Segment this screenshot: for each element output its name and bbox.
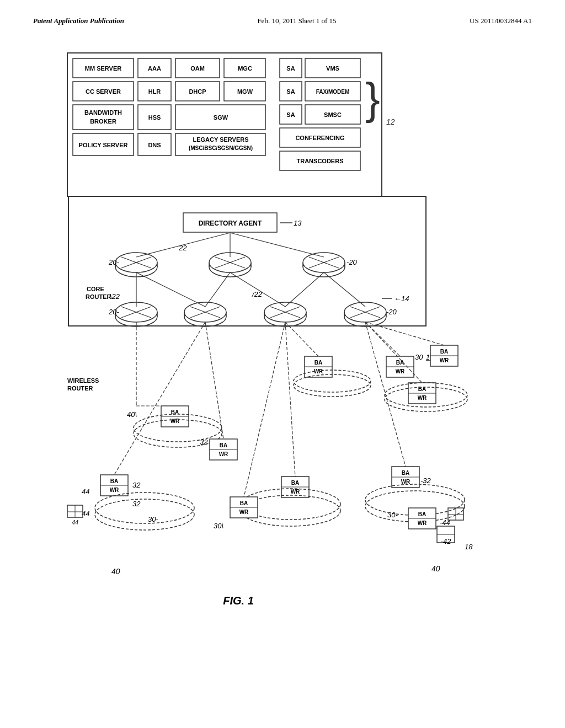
svg-text:20-: 20- (108, 308, 119, 316)
svg-text:VMS: VMS (326, 65, 339, 72)
svg-text:DHCP: DHCP (189, 88, 206, 95)
svg-text:30\: 30\ (214, 522, 223, 530)
page: Patent Application Publication Feb. 10, … (0, 0, 565, 728)
svg-text:DIRECTORY AGENT: DIRECTORY AGENT (199, 220, 262, 227)
svg-text:BA: BA (418, 511, 426, 517)
page-header: Patent Application Publication Feb. 10, … (33, 17, 532, 25)
svg-text:}: } (365, 74, 380, 123)
publication-label: Patent Application Publication (33, 17, 124, 25)
svg-text:LEGACY SERVERS: LEGACY SERVERS (193, 136, 248, 143)
svg-text:20-: 20- (108, 258, 119, 266)
svg-text:WR: WR (239, 509, 249, 515)
svg-text:MM SERVER: MM SERVER (85, 65, 121, 72)
svg-text:MGW: MGW (237, 88, 253, 95)
svg-text:BA: BA (440, 349, 448, 355)
svg-text:WIRELESS: WIRELESS (67, 377, 99, 384)
svg-line-108 (230, 233, 324, 257)
svg-text:-32: -32 (420, 477, 431, 485)
svg-text:WR: WR (396, 368, 405, 374)
date-sheet-label: Feb. 10, 2011 Sheet 1 of 15 (257, 17, 336, 25)
svg-line-106 (136, 233, 230, 257)
svg-text:\22: \22 (110, 292, 120, 301)
svg-line-114 (324, 272, 365, 307)
svg-point-140 (294, 374, 371, 397)
svg-text:BA: BA (220, 442, 227, 448)
svg-text:WR: WR (110, 487, 119, 493)
svg-text:SA: SA (286, 65, 295, 72)
svg-text:44: 44 (82, 488, 89, 496)
svg-text:AAA: AAA (148, 65, 161, 72)
svg-text:BA: BA (291, 480, 299, 486)
svg-text:CC SERVER: CC SERVER (86, 88, 121, 95)
svg-text:13: 13 (294, 219, 302, 227)
svg-text:TRANSCODERS: TRANSCODERS (297, 158, 344, 164)
svg-text:BA: BA (315, 360, 322, 366)
svg-text:-42: -42 (441, 537, 452, 545)
svg-line-203 (244, 322, 285, 497)
svg-text:WR: WR (291, 489, 300, 495)
main-diagram: MM SERVER AAA OAM MGC CC SERVER HLR DHCP… (34, 42, 531, 704)
svg-text:SA: SA (286, 88, 295, 95)
svg-text:-20: -20 (386, 308, 397, 316)
svg-text:30: 30 (415, 353, 423, 361)
svg-point-161 (95, 493, 194, 523)
svg-line-205 (285, 322, 318, 356)
svg-text:WR: WR (401, 479, 411, 485)
svg-text:MGC: MGC (238, 65, 252, 72)
svg-line-110 (136, 272, 205, 307)
svg-text:SGW: SGW (214, 114, 228, 121)
svg-text:BA: BA (110, 478, 118, 484)
svg-text:44: 44 (72, 519, 78, 526)
svg-text:BA: BA (402, 470, 409, 476)
svg-text:DNS: DNS (148, 142, 161, 148)
svg-text:WR: WR (440, 357, 449, 363)
svg-line-204 (285, 322, 295, 477)
svg-text:ROUTER: ROUTER (86, 293, 111, 300)
svg-text:ROUTER: ROUTER (67, 385, 93, 392)
svg-rect-17 (73, 105, 134, 130)
svg-text:BROKER: BROKER (90, 118, 116, 125)
svg-text:HSS: HSS (148, 114, 161, 121)
patent-number: US 2011/0032844 A1 (470, 17, 532, 25)
svg-text:WR: WR (418, 395, 427, 401)
svg-text:(MSC/BSC/SGSN/GGSN): (MSC/BSC/SGSN/GGSN) (189, 145, 253, 151)
svg-text:-20: -20 (347, 258, 358, 266)
svg-text:←14: ←14 (394, 295, 409, 303)
svg-text:18: 18 (465, 543, 473, 551)
svg-line-113 (285, 272, 324, 307)
svg-line-111 (205, 272, 230, 307)
svg-text:FIG.  1: FIG. 1 (223, 595, 254, 607)
svg-text:CORE: CORE (87, 286, 104, 292)
svg-text:BANDWIDTH: BANDWIDTH (84, 109, 122, 116)
svg-text:32: 32 (132, 500, 141, 508)
svg-text:40: 40 (111, 567, 120, 576)
svg-text:WR: WR (314, 368, 323, 374)
svg-text:POLICY SERVER: POLICY SERVER (79, 142, 128, 148)
svg-line-201 (205, 322, 223, 439)
svg-line-207 (365, 322, 406, 467)
svg-point-162 (95, 499, 194, 530)
svg-text:CONFERENCING: CONFERENCING (295, 135, 344, 141)
svg-text:BA: BA (240, 500, 248, 506)
svg-text:OAM: OAM (190, 65, 205, 72)
svg-text:30-: 30- (387, 511, 398, 519)
svg-text:WR: WR (170, 418, 180, 424)
svg-text:32: 32 (132, 481, 141, 489)
svg-text:HLR: HLR (148, 88, 161, 95)
svg-text:SA: SA (286, 111, 295, 118)
svg-line-112 (230, 272, 285, 307)
svg-text:40\: 40\ (127, 410, 137, 419)
svg-text:12: 12 (386, 117, 395, 126)
svg-rect-0 (67, 53, 382, 196)
svg-text:FAX/MODEM: FAX/MODEM (316, 89, 350, 95)
svg-text:WR: WR (219, 451, 228, 457)
svg-line-202 (114, 322, 205, 475)
svg-text:SMSC: SMSC (324, 111, 342, 118)
svg-text:30-: 30- (148, 515, 158, 523)
svg-text:40: 40 (431, 564, 440, 573)
svg-text:32: 32 (200, 438, 208, 446)
svg-text:WR: WR (418, 520, 427, 526)
